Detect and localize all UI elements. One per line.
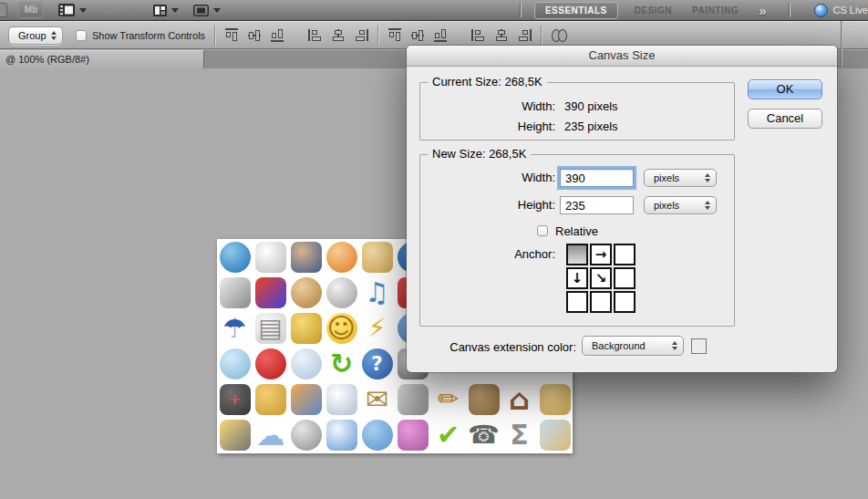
align-bottom-edges-button[interactable] xyxy=(270,28,284,42)
battery-icon: + xyxy=(220,384,251,415)
woman-icon xyxy=(398,420,429,451)
workspace-button-painting[interactable]: PAINTING xyxy=(692,5,739,16)
question-icon: ? xyxy=(362,348,393,379)
group-mode-select[interactable]: Group xyxy=(8,26,63,45)
anchor-cell-2-2[interactable] xyxy=(614,291,636,313)
globe-icon xyxy=(220,242,251,273)
zoom-level-dropdown[interactable]: 100% xyxy=(101,5,139,16)
cancel-button[interactable]: Cancel xyxy=(748,109,822,129)
application-bar: Mb100% ESSENTIALSDESIGNPAINTING » CS Liv… xyxy=(0,0,868,21)
new-size-group: New Size: 268,5K Width: pixels Height: p… xyxy=(419,154,735,327)
align-buttons-group xyxy=(224,28,368,42)
zoom-level-value: 100% xyxy=(101,5,127,16)
chain-link-icon xyxy=(398,384,429,415)
anchor-cell-0-2[interactable] xyxy=(614,244,636,265)
mouse-icon xyxy=(326,277,357,308)
pencil-icon: ✏ xyxy=(433,384,464,415)
rosette-icon xyxy=(255,348,286,379)
clipboard-icon xyxy=(469,384,500,415)
mini-bridge-button[interactable]: Mb xyxy=(18,2,44,18)
newspaper-icon: ▤ xyxy=(255,313,286,344)
dropdown-caret-icon xyxy=(171,8,179,13)
workspace-button-essentials[interactable]: ESSENTIALS xyxy=(534,2,618,19)
dropdown-caret-icon xyxy=(131,8,139,13)
canvas-extension-color-select[interactable]: Background xyxy=(582,336,684,356)
dropdown-caret-icon xyxy=(79,8,87,13)
distribute-vertical-centers-button[interactable] xyxy=(410,28,425,42)
photoshop-window: Mb100% ESSENTIALSDESIGNPAINTING » CS Liv… xyxy=(0,0,868,499)
film-icon xyxy=(58,4,75,16)
workspace-switcher: ESSENTIALSDESIGNPAINTING » CS Live xyxy=(508,2,868,19)
relative-label[interactable]: Relative xyxy=(555,223,598,241)
mini-bridge-button-label: Mb xyxy=(18,2,44,18)
thumbs-up-icon xyxy=(362,242,393,273)
current-width-label: Width: xyxy=(420,98,555,116)
cs-live-icon xyxy=(814,4,828,17)
palette-icon xyxy=(291,277,322,308)
anchor-cell-1-2[interactable] xyxy=(614,267,636,289)
antenna-icon xyxy=(326,242,357,273)
distribute-bottom-edges-button[interactable] xyxy=(433,28,448,42)
align-vertical-centers-button[interactable] xyxy=(247,28,262,42)
show-transform-controls-checkbox[interactable] xyxy=(76,30,87,41)
wrench-icon xyxy=(220,277,251,308)
anchor-cell-2-0[interactable] xyxy=(566,291,588,313)
align-right-edges-button[interactable] xyxy=(354,28,368,42)
businessman-icon xyxy=(291,242,322,273)
zip-file-icon xyxy=(255,242,286,273)
magic-wand-icon xyxy=(220,420,251,451)
new-size-legend: New Size: 268,5K xyxy=(428,147,531,161)
cs-live-button[interactable]: CS Live xyxy=(814,4,868,17)
anchor-label: Anchor: xyxy=(420,245,555,264)
canvas-size-dialog: Canvas Size Current Size: 268,5K Width: … xyxy=(407,46,837,372)
truck-icon xyxy=(291,384,322,415)
new-height-input[interactable] xyxy=(560,196,634,214)
relative-checkbox[interactable] xyxy=(537,225,548,236)
show-transform-controls-label[interactable]: Show Transform Controls xyxy=(92,30,205,41)
anchor-arrow-cell-1-1[interactable]: ↘ xyxy=(590,267,612,289)
height-unit-select[interactable]: pixels xyxy=(644,196,717,214)
current-size-group: Current Size: 268,5K Width: 390 pixels H… xyxy=(419,82,735,140)
distribute-right-edges-button[interactable] xyxy=(517,28,532,42)
anchor-arrow-cell-0-1[interactable]: → xyxy=(590,244,612,265)
sigma-icon: Σ xyxy=(504,420,535,451)
separator xyxy=(214,26,215,46)
new-width-input[interactable] xyxy=(560,169,634,187)
anchor-cell-2-1[interactable] xyxy=(590,291,612,313)
clipped-toolbar-item xyxy=(0,3,7,17)
rainbow-icon xyxy=(255,277,286,308)
distribute-top-edges-button[interactable] xyxy=(388,28,402,42)
stepper-arrows-icon xyxy=(705,201,710,210)
magnifier-icon xyxy=(220,348,251,379)
anchor-origin-cell[interactable] xyxy=(566,244,588,265)
separator xyxy=(377,26,378,46)
ok-button[interactable]: OK xyxy=(748,79,822,99)
auto-align-layers-button[interactable] xyxy=(551,28,569,42)
extension-color-swatch[interactable] xyxy=(691,338,707,354)
umbrella-icon: ☂ xyxy=(220,313,251,344)
lock-icon xyxy=(291,313,322,344)
arrange-documents-dropdown[interactable] xyxy=(153,5,179,16)
puzzle-piece-icon xyxy=(255,384,286,415)
current-height-value: 235 pixels xyxy=(564,118,618,136)
document-tab[interactable]: @ 100% (RGB/8#) xyxy=(0,50,204,68)
align-horizontal-centers-button[interactable] xyxy=(331,28,346,42)
document-tab-title: @ 100% (RGB/8#) xyxy=(5,54,89,65)
fax-phone-icon: ☎ xyxy=(469,420,500,451)
workspace-overflow-button[interactable]: » xyxy=(759,3,766,18)
dropdown-caret-icon xyxy=(213,8,221,13)
align-top-edges-button[interactable] xyxy=(224,28,239,42)
new-height-label: Height: xyxy=(420,196,555,214)
width-unit-select[interactable]: pixels xyxy=(644,169,717,187)
distribute-horizontal-centers-button[interactable] xyxy=(494,28,509,42)
anchor-arrow-cell-1-0[interactable]: ↓ xyxy=(566,267,588,289)
clouds-icon: ☁ xyxy=(255,420,286,451)
workspace-button-design[interactable]: DESIGN xyxy=(635,5,672,16)
view-extras-dropdown[interactable] xyxy=(58,4,87,16)
distribute-left-edges-button[interactable] xyxy=(471,28,486,42)
align-left-edges-button[interactable] xyxy=(308,28,323,42)
screen-mode-dropdown[interactable] xyxy=(193,5,221,16)
dialog-title-bar[interactable]: Canvas Size xyxy=(407,46,837,67)
id-card-icon xyxy=(326,420,357,451)
new-width-label: Width: xyxy=(420,169,555,187)
